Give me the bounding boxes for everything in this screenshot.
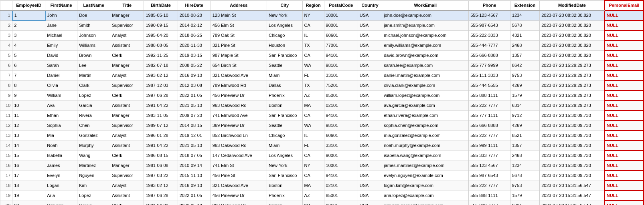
cell-hiredate: 2014-08-15	[178, 121, 211, 131]
cell-postalcode: 75201	[324, 80, 358, 90]
cell-hiredate: 2021-05-10	[178, 201, 211, 205]
cell-workemail: isabella.wang@example.com	[382, 151, 469, 161]
cell-region: CA	[302, 50, 324, 60]
table-row[interactable]: 1515IsabellaWangClerk1986-08-152018-07-0…	[0, 151, 644, 161]
table-row[interactable]: 1111EthanRiveraManager1983-11-052009-07-…	[0, 111, 644, 121]
cell-lastname: Rivera	[77, 111, 110, 121]
table-row[interactable]: 2020GraysonGarciaClerk1991-04-222021-05-…	[0, 201, 644, 205]
table-row[interactable]: 55DavidBrownClerk1992-11-252019-03-15987…	[0, 50, 644, 60]
cell-workemail: david.brown@example.com	[382, 50, 469, 60]
table-row[interactable]: 77DanielMartinAnalyst1993-02-122016-09-1…	[0, 70, 644, 80]
cell-address: 456 Pineview Dr	[211, 90, 267, 100]
cell-country: USA	[358, 161, 382, 171]
cell-city: Boston	[267, 181, 303, 191]
cell-personalemail: NULL	[605, 90, 644, 100]
table-row[interactable]: 1616JamesMartinezManager1981-06-082010-0…	[0, 161, 644, 171]
cell-employeeid: 19	[12, 191, 45, 201]
table-row[interactable]: 1818LoganKimAnalyst1993-02-122016-09-103…	[0, 181, 644, 191]
table-row[interactable]: 88OliviaClarkSupervisor1987-12-032012-03…	[0, 80, 644, 90]
cell-personalemail: NULL	[605, 20, 644, 30]
row-number: 18	[0, 181, 12, 191]
cell-phone: 555-888-1111	[469, 90, 510, 100]
row-number: 14	[0, 141, 12, 151]
cell-postalcode: 94101	[324, 50, 358, 60]
cell-phone: 555-111-3333	[469, 70, 510, 80]
col-header-hiredate[interactable]: HireDate	[178, 0, 211, 10]
col-header-phone[interactable]: Phone	[469, 0, 510, 10]
cell-modifieddate: 2023-07-20 08:32:30.820	[540, 10, 605, 20]
cell-country: USA	[358, 50, 382, 60]
col-header-firstname[interactable]: FirstName	[45, 0, 77, 10]
cell-extension: 9753	[510, 70, 539, 80]
table-row[interactable]: 1414NoahMurphyAssistant1991-04-222021-05…	[0, 141, 644, 151]
cell-title: Assistant	[110, 40, 144, 50]
cell-city: Boston	[267, 100, 303, 111]
col-header-employeeid[interactable]: EmployeeID	[12, 0, 45, 10]
table-row[interactable]: 66SarahLeeManager1982-07-182008-05-22654…	[0, 60, 644, 70]
cell-region: AZ	[302, 90, 324, 100]
cell-personalemail: NULL	[605, 30, 644, 40]
col-header-address[interactable]: Address	[211, 0, 267, 10]
table-row[interactable]: 1212SophiaChenSupervisor1989-07-122014-0…	[0, 121, 644, 131]
cell-firstname: James	[45, 161, 77, 171]
cell-employeeid: 8	[12, 80, 45, 90]
cell-country: USA	[358, 100, 382, 111]
table-row[interactable]: 44EmilyWilliamsAssistant1988-08-052020-1…	[0, 40, 644, 50]
cell-personalemail: NULL	[605, 141, 644, 151]
cell-region: IL	[302, 30, 324, 40]
cell-hiredate: 2018-07-05	[178, 151, 211, 161]
cell-firstname: Emily	[45, 40, 77, 50]
cell-address: 963 Oakwood Rd	[211, 100, 267, 111]
table-row[interactable]: 99WilliamLopezClerk1997-06-282022-01-054…	[0, 90, 644, 100]
cell-employeeid: 6	[12, 60, 45, 70]
cell-employeeid: 4	[12, 40, 45, 50]
cell-birthdate: 1997-03-22	[144, 171, 178, 181]
cell-firstname: Aria	[45, 191, 77, 201]
cell-hiredate: 2016-09-10	[178, 181, 211, 191]
cell-birthdate: 1993-02-12	[144, 70, 178, 80]
table-row[interactable]: 22JaneSmithSupervisor1990-09-152014-02-1…	[0, 20, 644, 30]
cell-title: Assistant	[110, 100, 144, 111]
cell-personalemail: NULL	[605, 111, 644, 121]
cell-personalemail: NULL	[605, 121, 644, 131]
cell-modifieddate: 2023-07-20 15:30:09.730	[540, 171, 605, 181]
col-header-extension[interactable]: Extension	[510, 0, 539, 10]
cell-birthdate: 1982-07-18	[144, 60, 178, 70]
cell-employeeid: 5	[12, 50, 45, 60]
cell-lastname: Martin	[77, 70, 110, 80]
cell-title: Assistant	[110, 141, 144, 151]
cell-workemail: john.doe@example.com	[382, 10, 469, 20]
cell-firstname: Olivia	[45, 80, 77, 90]
cell-modifieddate: 2023-07-20 15:29:29.273	[540, 100, 605, 111]
cell-address: 741 Elmwood Ave	[211, 111, 267, 121]
col-header-city[interactable]: City	[267, 0, 303, 10]
cell-country: USA	[358, 131, 382, 141]
cell-title: Supervisor	[110, 171, 144, 181]
table-row[interactable]: 33MichaelJohnsonAnalyst1995-04-202018-06…	[0, 30, 644, 40]
cell-title: Supervisor	[110, 121, 144, 131]
col-header-region[interactable]: Region	[302, 0, 324, 10]
cell-postalcode: 02101	[324, 100, 358, 111]
col-header-workemail[interactable]: WorkEmail	[382, 0, 469, 10]
cell-region: WA	[302, 60, 324, 70]
table-row[interactable]: 1919AriaLopezAssistant1997-06-282022-01-…	[0, 191, 644, 201]
table-row[interactable]: 1717EvelynNguyenSupervisor1997-03-222015…	[0, 171, 644, 181]
row-number: 8	[0, 80, 12, 90]
cell-lastname: Kim	[77, 181, 110, 191]
cell-address: 741 Elm St	[211, 161, 267, 171]
row-number: 11	[0, 111, 12, 121]
cell-workemail: aria.lopez@example.com	[382, 191, 469, 201]
table-row[interactable]: 1313MiaGonzalezAnalyst1996-01-282019-12-…	[0, 131, 644, 141]
cell-firstname: David	[45, 50, 77, 60]
col-header-birthdate[interactable]: BirthDate	[144, 0, 178, 10]
col-header-lastname[interactable]: LastName	[77, 0, 110, 10]
col-header-personalemail[interactable]: PersonalEmail	[605, 0, 644, 10]
col-header-modifieddate[interactable]: ModifiedDate	[540, 0, 605, 10]
table-row[interactable]: 1010AvaGarciaAssistant1991-04-222021-05-…	[0, 100, 644, 111]
col-header-title[interactable]: Title	[110, 0, 144, 10]
table-row[interactable]: 11JohnDoeManager1985-05-102010-08-20123 …	[0, 10, 644, 20]
cell-phone: 555-333-7777	[469, 151, 510, 161]
col-header-postalcode[interactable]: PostalCode	[324, 0, 358, 10]
cell-firstname: Sophia	[45, 121, 77, 131]
col-header-country[interactable]: Country	[358, 0, 382, 10]
